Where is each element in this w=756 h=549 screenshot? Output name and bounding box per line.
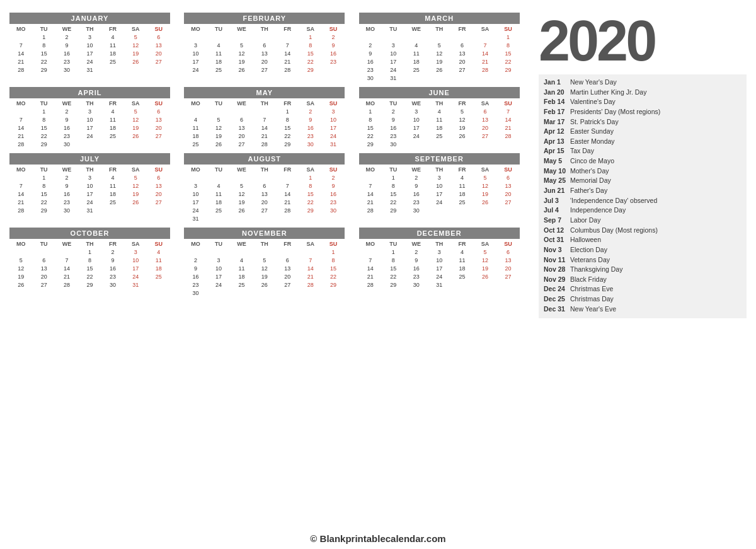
- day-cell: 27: [147, 198, 170, 206]
- holiday-date: Sep 7: [544, 216, 570, 225]
- day-cell: 2: [184, 256, 207, 264]
- day-cell: 20: [230, 132, 253, 140]
- day-cell: 18: [184, 132, 207, 140]
- day-cell: 30: [101, 280, 124, 289]
- day-header-sa: SA: [299, 25, 321, 33]
- day-cell: 26: [207, 140, 230, 148]
- holiday-date: Oct 12: [544, 226, 570, 235]
- day-cell: 5: [124, 173, 147, 182]
- day-cell: [147, 140, 170, 148]
- holiday-name: Valentine's Day: [570, 98, 616, 107]
- day-header-mo: MO: [184, 100, 207, 107]
- day-cell: 30: [55, 140, 78, 148]
- day-cell: 16: [359, 57, 382, 66]
- day-cell: 18: [450, 190, 473, 198]
- day-cell: [101, 140, 124, 148]
- holiday-name: New Year's Day: [570, 78, 617, 87]
- day-cell: 10: [428, 182, 450, 190]
- day-cell: 25: [405, 66, 428, 74]
- holiday-date: Dec 31: [544, 305, 570, 314]
- day-cell: 10: [78, 41, 101, 49]
- day-cell: 1: [382, 248, 404, 256]
- day-cell: [474, 74, 496, 82]
- day-cell: 9: [322, 182, 345, 190]
- day-cell: 17: [184, 198, 207, 206]
- holiday-date: Feb 17: [544, 108, 570, 117]
- month-block-may: MAYMOTUWETHFRSASU12345678910111213141516…: [184, 87, 345, 148]
- day-header-su: SU: [322, 240, 345, 248]
- day-cell: 16: [405, 264, 428, 272]
- day-cell: [9, 107, 32, 115]
- day-header-we: WE: [405, 240, 428, 248]
- day-cell: 26: [474, 272, 496, 280]
- day-header-th: TH: [428, 100, 450, 107]
- day-cell: 4: [101, 33, 124, 41]
- day-cell: [124, 66, 147, 74]
- day-cell: 28: [299, 280, 321, 289]
- day-cell: 21: [359, 272, 382, 280]
- holiday-date: Apr 12: [544, 127, 570, 136]
- day-cell: 31: [428, 280, 450, 289]
- day-cell: 26: [124, 57, 147, 66]
- day-cell: 6: [450, 41, 473, 49]
- day-cell: 18: [101, 49, 124, 57]
- day-cell: 27: [147, 57, 170, 66]
- day-cell: 12: [230, 190, 253, 198]
- day-cell: 14: [276, 190, 299, 198]
- day-header-su: SU: [147, 240, 170, 248]
- day-cell: 2: [405, 173, 428, 182]
- day-cell: 23: [405, 198, 428, 206]
- holiday-row: Apr 13Easter Monday: [544, 137, 742, 146]
- day-cell: 31: [124, 280, 147, 289]
- day-cell: 28: [359, 206, 382, 214]
- day-cell: 23: [55, 132, 78, 140]
- day-cell: 5: [230, 41, 253, 49]
- day-headers-row: MOTUWETHFRSASU: [359, 25, 520, 33]
- month-header: APRIL: [9, 87, 170, 98]
- day-cell: 17: [382, 57, 404, 66]
- day-cell: [405, 140, 428, 148]
- day-cell: 16: [322, 190, 345, 198]
- day-cell: 13: [450, 49, 473, 57]
- day-header-mo: MO: [9, 25, 32, 33]
- day-cell: 8: [78, 256, 101, 264]
- day-cell: [496, 74, 519, 82]
- day-cell: [322, 66, 345, 74]
- day-header-tu: TU: [32, 240, 55, 248]
- day-cell: 8: [299, 182, 321, 190]
- day-cell: 23: [101, 272, 124, 280]
- day-cell: 24: [428, 272, 450, 280]
- day-cell: 7: [276, 182, 299, 190]
- day-cell: 12: [253, 264, 276, 272]
- day-cell: 30: [55, 206, 78, 214]
- day-cell: 21: [496, 124, 519, 132]
- day-cell: 22: [382, 198, 404, 206]
- holiday-date: Jul 3: [544, 197, 570, 205]
- holiday-date: Nov 29: [544, 275, 570, 284]
- day-cell: [405, 74, 428, 82]
- day-cell: [101, 66, 124, 74]
- day-cell: [276, 289, 299, 297]
- day-header-th: TH: [78, 240, 101, 248]
- day-cell: 1: [322, 248, 345, 256]
- day-cell: [9, 173, 32, 182]
- day-cell: 3: [78, 173, 101, 182]
- holiday-name: Memorial Day: [570, 176, 611, 185]
- day-headers-row: MOTUWETHFRSASU: [359, 100, 520, 107]
- day-cell: 4: [450, 173, 473, 182]
- days-grid: 1234567891011121314151617181920212223242…: [184, 33, 345, 74]
- day-header-sa: SA: [474, 100, 496, 107]
- day-cell: 18: [230, 272, 253, 280]
- day-cell: 6: [147, 33, 170, 41]
- calendar-grid: JANUARYMOTUWETHFRSASU1234567891011121314…: [9, 13, 526, 297]
- day-cell: 26: [428, 66, 450, 74]
- day-cell: 29: [299, 206, 321, 214]
- day-cell: 20: [147, 190, 170, 198]
- day-cell: 7: [474, 41, 496, 49]
- day-header-mo: MO: [359, 166, 382, 173]
- day-cell: 4: [450, 248, 473, 256]
- day-cell: 18: [101, 124, 124, 132]
- day-cell: 1: [496, 33, 519, 41]
- day-header-tu: TU: [32, 166, 55, 173]
- day-header-su: SU: [322, 25, 345, 33]
